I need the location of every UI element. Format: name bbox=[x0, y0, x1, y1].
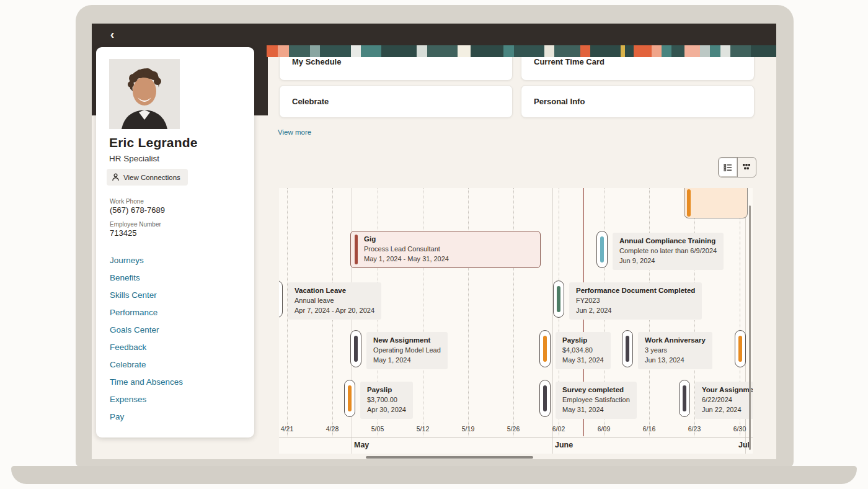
event-marker[interactable] bbox=[679, 380, 690, 417]
event-title: Gig bbox=[364, 234, 449, 244]
event-bar bbox=[557, 286, 560, 312]
event-bar bbox=[683, 385, 686, 411]
app-header-bar bbox=[92, 24, 776, 45]
axis-tick: 5/05 bbox=[371, 425, 384, 433]
laptop-base bbox=[11, 466, 857, 484]
event-date: May 31, 2024 bbox=[562, 405, 630, 415]
employee-number-value: 713425 bbox=[110, 228, 136, 238]
profile-card: Eric Legrande HR Specialist View Connect… bbox=[96, 47, 254, 437]
sidebar-item-goals-center[interactable]: Goals Center bbox=[110, 325, 159, 334]
sidebar-item-performance[interactable]: Performance bbox=[110, 308, 157, 317]
event-title: New Assignment bbox=[373, 335, 441, 346]
event-date: Jun 22, 2024 bbox=[702, 405, 753, 415]
event-subtitle: Employee Satisfaction bbox=[562, 395, 630, 405]
list-view-button[interactable] bbox=[719, 158, 737, 177]
event-card[interactable]: Annual Compliance Training Complete no l… bbox=[613, 233, 724, 270]
event-marker[interactable] bbox=[350, 330, 361, 367]
event-bar bbox=[543, 385, 547, 411]
event-date: Jun 13, 2024 bbox=[645, 356, 706, 366]
event-bar bbox=[543, 336, 547, 362]
sidebar-item-time-and-absences[interactable]: Time and Absences bbox=[110, 377, 183, 387]
event-bar bbox=[355, 235, 358, 264]
sidebar-item-expenses[interactable]: Expenses bbox=[110, 395, 146, 404]
event-bar bbox=[600, 236, 604, 262]
event-subtitle: 6/22/2024 bbox=[702, 395, 753, 405]
event-marker[interactable] bbox=[539, 330, 551, 367]
event-card[interactable]: Work Anniversary 3 years Jun 13, 2024 bbox=[638, 332, 712, 369]
card-celebrate[interactable]: Celebrate bbox=[279, 85, 513, 118]
timeline-event-clipped[interactable] bbox=[684, 188, 748, 218]
axis-tick: 5/12 bbox=[417, 425, 429, 433]
view-more-link[interactable]: View more bbox=[278, 128, 311, 136]
profile-name: Eric Legrande bbox=[109, 135, 198, 150]
back-icon[interactable]: ‹ bbox=[104, 26, 120, 42]
axis-tick: 6/23 bbox=[688, 425, 701, 433]
page: ‹ My Schedule Current Time Card Celebrat… bbox=[0, 0, 868, 489]
card-title: Celebrate bbox=[292, 97, 329, 106]
event-marker[interactable] bbox=[553, 280, 564, 318]
event-marker[interactable] bbox=[279, 280, 283, 318]
app-screen: ‹ My Schedule Current Time Card Celebrat… bbox=[92, 24, 776, 459]
gridline bbox=[423, 188, 423, 436]
list-view-icon bbox=[724, 163, 732, 172]
card-title: Current Time Card bbox=[534, 57, 604, 66]
event-date: May 1, 2024 - May 31, 2024 bbox=[364, 254, 449, 264]
timeline-horizontal-scrollbar[interactable] bbox=[366, 456, 533, 459]
gridline bbox=[513, 188, 514, 436]
sidebar-item-skills-center[interactable]: Skills Center bbox=[110, 290, 157, 300]
event-bar bbox=[738, 336, 742, 362]
work-phone-label: Work Phone bbox=[110, 198, 144, 205]
person-icon bbox=[112, 173, 120, 181]
sidebar-item-benefits[interactable]: Benefits bbox=[110, 273, 140, 282]
team-view-icon bbox=[742, 163, 751, 172]
sidebar-item-journeys[interactable]: Journeys bbox=[110, 256, 144, 265]
sidebar-item-celebrate[interactable]: Celebrate bbox=[110, 360, 146, 369]
axis-tick: 6/02 bbox=[552, 425, 565, 433]
event-bar bbox=[626, 336, 629, 362]
event-title: Your Assignment bbox=[702, 385, 753, 395]
event-subtitle: FY2023 bbox=[576, 296, 695, 306]
month-label: Jul bbox=[738, 441, 750, 449]
team-view-button[interactable] bbox=[738, 158, 756, 177]
employee-number-label: Employee Number bbox=[110, 221, 161, 228]
event-bar bbox=[687, 189, 691, 217]
event-card[interactable]: Vacation Leave Annual leave Apr 7, 2024 … bbox=[288, 282, 381, 320]
timeline-vertical-scrollbar[interactable] bbox=[749, 205, 751, 450]
axis-tick: 5/19 bbox=[462, 425, 474, 433]
event-marker[interactable] bbox=[735, 330, 746, 367]
gridline bbox=[468, 188, 469, 436]
event-marker[interactable] bbox=[622, 330, 633, 367]
event-subtitle: Complete no later than 6/9/2024 bbox=[619, 246, 717, 256]
event-title: Annual Compliance Training bbox=[619, 236, 717, 246]
event-card[interactable]: Payslip $3,700.00 Apr 30, 2024 bbox=[360, 382, 413, 419]
sidebar-item-feedback[interactable]: Feedback bbox=[110, 343, 146, 352]
event-card[interactable]: New Assignment Operating Model Lead May … bbox=[366, 332, 448, 369]
event-subtitle: $3,700.00 bbox=[367, 395, 406, 405]
event-title: Work Anniversary bbox=[645, 335, 706, 346]
month-label: May bbox=[354, 441, 369, 449]
work-phone-value: (567) 678-7689 bbox=[110, 205, 165, 215]
event-marker[interactable] bbox=[539, 380, 551, 417]
view-connections-button[interactable]: View Connections bbox=[107, 169, 188, 186]
event-card[interactable]: Performance Document Completed FY2023 Ju… bbox=[569, 282, 702, 320]
event-card[interactable]: Your Assignment 6/22/2024 Jun 22, 2024 bbox=[695, 382, 753, 419]
profile-photo bbox=[109, 59, 180, 129]
axis-separator bbox=[279, 437, 753, 437]
event-marker[interactable] bbox=[596, 231, 608, 268]
event-bar bbox=[348, 385, 352, 411]
event-subtitle: 3 years bbox=[645, 346, 706, 356]
timeline-panel: Gig Process Lead Consultant May 1, 2024 … bbox=[279, 188, 753, 454]
event-title: Payslip bbox=[562, 335, 604, 346]
axis-tick: 6/09 bbox=[598, 425, 610, 433]
event-date: Apr 30, 2024 bbox=[367, 405, 406, 415]
sidebar-item-pay[interactable]: Pay bbox=[110, 412, 124, 421]
profile-photo-image bbox=[109, 59, 180, 129]
timeline-event-gig[interactable]: Gig Process Lead Consultant May 1, 2024 … bbox=[350, 231, 541, 268]
axis-tick: 6/30 bbox=[733, 425, 746, 433]
event-bar bbox=[354, 336, 358, 362]
card-personal-info[interactable]: Personal Info bbox=[521, 85, 755, 118]
event-card[interactable]: Payslip $4,034.80 May 31, 2024 bbox=[556, 332, 611, 369]
event-marker[interactable] bbox=[344, 380, 355, 417]
decorative-banner bbox=[267, 45, 776, 57]
event-card[interactable]: Survey completed Employee Satisfaction M… bbox=[556, 382, 637, 419]
